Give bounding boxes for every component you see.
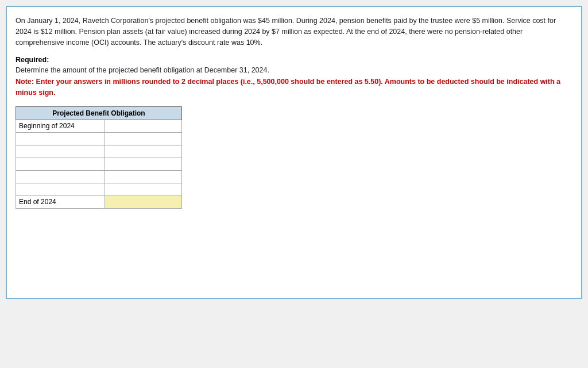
row-value <box>105 145 181 158</box>
required-section: Required: Determine the amount of the pr… <box>16 56 572 98</box>
end-value-input[interactable] <box>108 198 179 206</box>
end-value <box>105 195 181 208</box>
table-header: Projected Benefit Obligation <box>16 106 182 120</box>
end-label: End of 2024 <box>16 195 105 208</box>
row3-value-input[interactable] <box>108 147 179 155</box>
row5-value-input[interactable] <box>108 172 179 181</box>
table-row <box>16 145 182 158</box>
row2-value-input[interactable] <box>108 135 179 143</box>
problem-text: On January 1, 2024, Ravetch Corporation'… <box>16 16 572 48</box>
pbo-table: Projected Benefit Obligation Beginning o… <box>16 106 182 209</box>
required-label: Required: <box>16 56 572 64</box>
row-label <box>16 132 105 145</box>
row-value <box>105 183 181 195</box>
row-value <box>105 158 181 170</box>
row6-value-input[interactable] <box>108 185 179 193</box>
row4-value-input[interactable] <box>108 160 179 168</box>
table-row <box>16 132 182 145</box>
row-label <box>16 183 105 195</box>
table-row <box>16 170 182 183</box>
table-row <box>16 158 182 170</box>
table-row <box>16 183 182 195</box>
beginning-value-input[interactable] <box>108 122 179 130</box>
row-label <box>16 158 105 170</box>
determine-text: Determine the amount of the projected be… <box>16 66 572 74</box>
row-label <box>16 145 105 158</box>
main-container: On January 1, 2024, Ravetch Corporation'… <box>6 6 582 299</box>
row-label <box>16 170 105 183</box>
end-row: End of 2024 <box>16 195 182 208</box>
row-value <box>105 132 181 145</box>
row-value <box>105 120 181 132</box>
row-value <box>105 170 181 183</box>
note-text: Note: Enter your answers in millions rou… <box>16 76 572 98</box>
row-label: Beginning of 2024 <box>16 120 105 132</box>
table-row: Beginning of 2024 <box>16 120 182 132</box>
